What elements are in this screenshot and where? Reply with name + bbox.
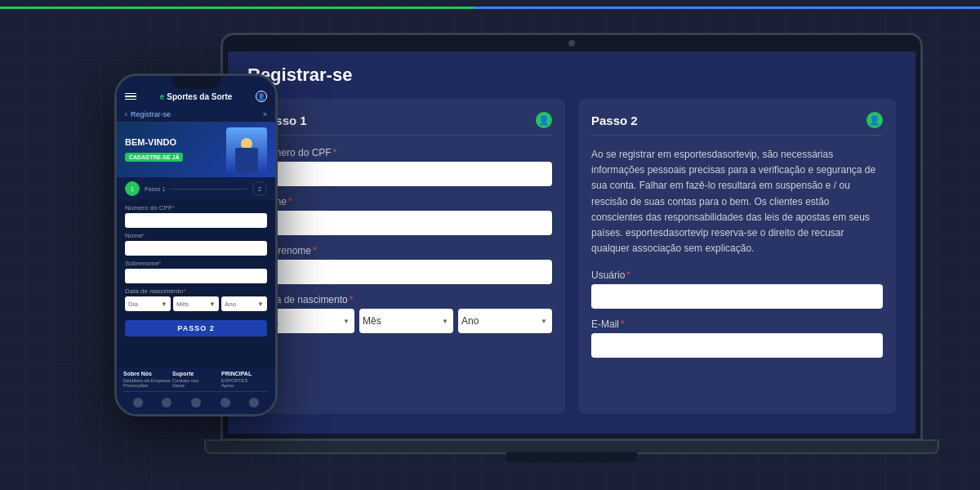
email-input[interactable] — [591, 333, 883, 358]
ano-wrapper: Ano — [458, 309, 552, 333]
nome-label: Nome* — [261, 196, 552, 207]
laptop-screen: Registrar-se Passo 1 👤 Número do CPF* — [228, 51, 915, 434]
avatar-body — [235, 148, 258, 172]
phone-ano-select[interactable]: Ano▼ — [221, 296, 267, 311]
footer-col2-link2[interactable]: Sejus — [172, 383, 220, 388]
usuario-label: Usuário* — [591, 270, 883, 281]
phone-passo2-button[interactable]: PASSO 2 — [125, 320, 267, 336]
footer-col1-link2[interactable]: Promoções — [123, 383, 171, 388]
phone-mes-select[interactable]: Mês▼ — [173, 296, 219, 311]
phone-screen: eSportes da Sorte 👤 ‹ Registrar-se × BEM… — [117, 76, 275, 414]
phone-cpf-label: Número do CPF* — [125, 204, 267, 212]
phone-banner-avatar — [226, 127, 267, 172]
phone-nav-back[interactable]: ‹ Registrar-se — [125, 110, 171, 118]
logo-esportes: e — [160, 92, 165, 101]
step1-dot: 1 — [125, 181, 140, 196]
passo1-header: Passo 1 👤 — [261, 112, 552, 136]
date-row: Dia Mês — [261, 309, 552, 333]
logo-text: Sportes da Sorte — [167, 92, 232, 101]
scene: Registrar-se Passo 1 👤 Número do CPF* — [0, 0, 980, 490]
screen-title: Registrar-se — [247, 65, 896, 86]
step-line — [170, 189, 247, 189]
passo2-panel: Passo 2 👤 Ao se registrar em esportesdas… — [578, 99, 896, 414]
mes-select[interactable]: Mês — [359, 309, 453, 333]
phone-nome-input[interactable] — [125, 241, 267, 256]
phone-form: Número do CPF* Nome* Sobrenome* Data de … — [117, 200, 275, 315]
passo1-panel: Passo 1 👤 Número do CPF* — [247, 99, 565, 414]
footer-col1: Sobre Nós Detalhes da Empresa Promoções — [123, 371, 171, 388]
phone-sobrenome-input[interactable] — [125, 269, 267, 283]
laptop-body: Registrar-se Passo 1 👤 Número do CPF* — [220, 33, 923, 441]
footer-icon-2[interactable] — [158, 394, 175, 411]
footer-col3-title: PRINCIPAL — [221, 371, 269, 376]
passo2-header: Passo 2 👤 — [591, 112, 883, 136]
phone-cpf-input[interactable] — [125, 213, 267, 228]
phone-banner-cta[interactable]: CADASTRE-SE JÁ — [125, 153, 183, 162]
phone-banner: BEM-VINDO CADASTRE-SE JÁ — [117, 122, 275, 177]
nome-field: Nome* — [261, 196, 552, 235]
laptop-camera — [568, 40, 575, 47]
footer-col2: Suporte Contato nos Sejus — [172, 371, 220, 388]
sobrenome-field: Sobrenome* — [261, 245, 552, 284]
nome-input[interactable] — [261, 211, 552, 235]
phone-nav: ‹ Registrar-se × — [117, 107, 275, 122]
blue-accent-line — [474, 7, 980, 9]
data-nascimento-field: Data de nascimento* Dia — [261, 294, 552, 333]
footer-icon-4[interactable] — [217, 394, 234, 411]
mes-wrapper: Mês — [359, 309, 453, 333]
screen-content: Registrar-se Passo 1 👤 Número do CPF* — [228, 51, 915, 434]
footer-icon-3[interactable] — [188, 394, 204, 411]
step2-dot: 2 — [252, 181, 267, 196]
footer-col3: PRINCIPAL ESPORTES Aposr — [221, 371, 269, 388]
passo2-title: Passo 2 — [591, 114, 638, 127]
passo2-person-icon: 👤 — [866, 112, 883, 128]
footer-col3-link2[interactable]: Aposr — [221, 383, 269, 388]
phone: eSportes da Sorte 👤 ‹ Registrar-se × BEM… — [114, 74, 278, 416]
avatar-figure — [226, 127, 267, 172]
phone-banner-title: BEM-VINDO — [125, 137, 183, 147]
phone-steps: 1 Passo 1 2 — [117, 177, 275, 200]
phone-notch — [172, 76, 220, 89]
accent-lines — [0, 7, 980, 9]
usuario-input[interactable] — [591, 284, 883, 309]
form-grid: Passo 1 👤 Número do CPF* — [247, 99, 896, 414]
phone-data-label: Data de nascimento* — [125, 287, 267, 295]
passo2-info-text: Ao se registrar em esportesdasortevip, s… — [591, 147, 883, 256]
data-nascimento-label: Data de nascimento* — [261, 294, 552, 305]
footer-icon-5[interactable] — [246, 394, 262, 411]
phone-footer-icons — [123, 391, 269, 411]
phone-dia-select[interactable]: Dia▼ — [125, 296, 171, 311]
email-field: E-Mail* — [591, 318, 883, 358]
phone-footer-links: Sobre Nós Detalhes da Empresa Promoções … — [123, 371, 269, 388]
cpf-label: Número do CPF* — [261, 147, 552, 158]
laptop: Registrar-se Passo 1 👤 Número do CPF* — [220, 33, 923, 466]
footer-icon-1[interactable] — [130, 394, 146, 411]
phone-nome-label: Nome* — [125, 232, 267, 239]
footer-col1-title: Sobre Nós — [123, 371, 171, 376]
sobrenome-input[interactable] — [261, 260, 552, 284]
cpf-input[interactable] — [261, 162, 552, 186]
phone-footer: Sobre Nós Detalhes da Empresa Promoções … — [117, 368, 275, 414]
step1-label: Passo 1 — [145, 186, 165, 192]
phone-banner-text: BEM-VINDO CADASTRE-SE JÁ — [125, 137, 183, 162]
green-accent-line — [0, 7, 490, 9]
phone-nav-close[interactable]: × — [263, 110, 267, 118]
hamburger-icon[interactable] — [125, 93, 136, 100]
avatar-body-container — [235, 138, 258, 172]
sobrenome-label: Sobrenome* — [261, 245, 552, 256]
phone-date-row: Dia▼ Mês▼ Ano▼ — [125, 296, 267, 311]
footer-col2-title: Suporte — [172, 371, 220, 376]
cpf-field: Número do CPF* — [261, 147, 552, 186]
ano-select[interactable]: Ano — [458, 309, 552, 333]
phone-logo: eSportes da Sorte — [160, 92, 233, 101]
laptop-stand — [506, 452, 637, 462]
usuario-field: Usuário* — [591, 270, 883, 309]
phone-user-icon[interactable]: 👤 — [256, 91, 267, 102]
phone-sobrenome-label: Sobrenome* — [125, 260, 267, 267]
passo1-person-icon: 👤 — [536, 112, 552, 128]
email-label: E-Mail* — [591, 318, 883, 330]
